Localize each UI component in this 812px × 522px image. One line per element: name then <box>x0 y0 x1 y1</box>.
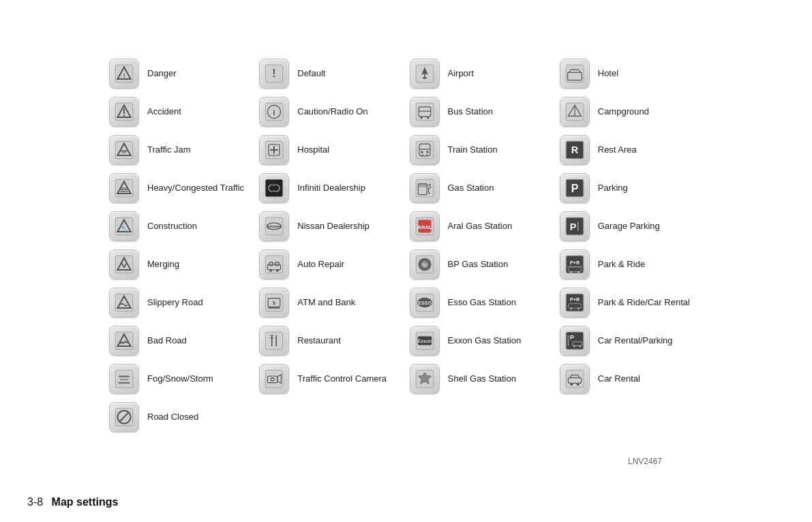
merging-label: Merging <box>147 259 179 271</box>
svg-rect-98 <box>566 65 584 82</box>
auto-repair-icon <box>259 249 289 279</box>
hotel-icon <box>560 59 590 89</box>
list-item: Campground <box>560 93 703 131</box>
airport-icon <box>410 59 440 89</box>
list-item: P Garage Parking <box>560 207 703 245</box>
main-content: ! Danger Accident Traffic Jam <box>0 0 812 493</box>
merging-icon <box>109 249 139 279</box>
bp-gas-label: BP Gas Station <box>448 259 509 271</box>
bad-road-label: Bad Road <box>147 335 187 347</box>
list-item: P+R Park & Ride <box>560 245 703 283</box>
atm-bank-label: ATM and Bank <box>297 297 355 309</box>
svg-text:Exxon: Exxon <box>417 338 432 344</box>
nissan-icon: NISSAN <box>259 211 289 241</box>
list-item: Auto Repair <box>259 245 402 283</box>
bus-station-label: Bus Station <box>448 106 494 118</box>
list-item: ARAL Aral Gas Station <box>410 207 553 245</box>
svg-text:!: ! <box>273 67 276 79</box>
footer-number: 3-8 <box>27 496 43 508</box>
car-rental-label: Car Rental <box>598 373 640 385</box>
shell-gas-icon <box>410 364 440 394</box>
exxon-gas-icon: Exxon <box>410 326 440 356</box>
esso-gas-icon: ESSO <box>410 288 440 318</box>
list-item: Bus Station <box>410 93 553 131</box>
esso-gas-label: Esso Gas Station <box>448 297 516 309</box>
list-item: Merging <box>109 245 252 283</box>
parking-label: Parking <box>598 183 628 194</box>
garage-parking-label: Garage Parking <box>598 221 660 232</box>
traffic-camera-icon <box>259 364 289 394</box>
icons-grid: ! Danger Accident Traffic Jam <box>109 55 703 436</box>
column-1: ! Danger Accident Traffic Jam <box>109 55 252 436</box>
svg-text:NISSAN: NISSAN <box>267 225 282 229</box>
list-item: Exxon Exxon Gas Station <box>410 322 553 360</box>
list-item: Airport <box>410 55 553 93</box>
park-ride-rental-icon: P+R <box>560 288 590 318</box>
svg-point-53 <box>276 269 279 272</box>
danger-icon: ! <box>109 59 139 89</box>
list-item: Train Station <box>410 131 553 169</box>
park-ride-rental-label: Park & Ride/Car Rental <box>598 297 690 309</box>
construction-label: Construction <box>147 221 197 232</box>
heavy-traffic-label: Heavy/Congested Traffic <box>147 183 244 194</box>
svg-text:P: P <box>570 221 577 232</box>
list-item: Bad Road <box>109 322 252 360</box>
list-item: ESSO Esso Gas Station <box>410 283 553 322</box>
fog-icon <box>109 364 139 394</box>
bad-road-icon <box>109 326 139 356</box>
list-item: ! Default <box>259 55 402 93</box>
restaurant-label: Restaurant <box>297 335 341 347</box>
column-3: Airport Bus Station Train Station Gas St… <box>410 55 553 436</box>
traffic-jam-label: Traffic Jam <box>147 144 191 156</box>
list-item: Fog/Snow/Storm <box>109 360 252 398</box>
road-closed-label: Road Closed <box>147 412 198 423</box>
gas-station-label: Gas Station <box>448 183 494 194</box>
svg-point-74 <box>427 117 429 119</box>
svg-point-73 <box>420 117 422 119</box>
park-ride-label: Park & Ride <box>598 259 645 271</box>
list-item: Accident <box>109 93 252 131</box>
svg-point-129 <box>570 383 573 386</box>
hotel-label: Hotel <box>598 68 618 80</box>
list-item: P Car Rental/Parking <box>560 322 703 360</box>
svg-point-6 <box>123 114 125 116</box>
svg-point-114 <box>570 271 572 273</box>
aral-gas-label: Aral Gas Station <box>448 221 513 232</box>
gas-station-icon <box>410 173 440 203</box>
svg-point-124 <box>573 345 575 347</box>
list-item: Traffic Control Camera <box>259 360 402 398</box>
car-rental-icon <box>560 364 590 394</box>
svg-rect-29 <box>120 379 129 380</box>
airport-label: Airport <box>448 68 474 80</box>
campground-label: Campground <box>598 106 649 118</box>
svg-text:$: $ <box>273 300 276 306</box>
page-footer: 3-8 Map settings <box>0 496 812 508</box>
default-icon: ! <box>259 59 289 89</box>
rest-area-label: Rest Area <box>598 144 637 156</box>
list-item: Traffic Jam <box>109 131 252 169</box>
svg-point-130 <box>577 383 580 386</box>
shell-gas-label: Shell Gas Station <box>448 373 516 385</box>
svg-text:ARAL: ARAL <box>417 224 432 230</box>
atm-bank-icon: $ <box>259 288 289 318</box>
svg-text:P: P <box>570 334 574 341</box>
svg-text:P+R: P+R <box>570 260 580 266</box>
train-station-label: Train Station <box>448 144 498 156</box>
accident-label: Accident <box>147 106 181 118</box>
construction-icon: 🔧 <box>109 211 139 241</box>
list-item: Hotel <box>560 55 703 93</box>
column-2: ! Default i Caution/Radio On Hospital <box>259 55 402 436</box>
svg-point-115 <box>577 271 580 273</box>
accident-icon <box>109 97 139 127</box>
hospital-label: Hospital <box>297 144 329 156</box>
rest-area-icon: R <box>560 135 590 165</box>
car-rental-parking-icon: P <box>560 326 590 356</box>
garage-parking-icon: P <box>560 211 590 241</box>
list-item: bp BP Gas Station <box>410 245 553 283</box>
caution-radio-label: Caution/Radio On <box>297 106 367 118</box>
nissan-label: Nissan Dealership <box>297 221 370 232</box>
list-item: Gas Station <box>410 169 553 207</box>
train-station-icon <box>410 135 440 165</box>
svg-text:!: ! <box>123 72 125 79</box>
list-item: Heavy/Congested Traffic <box>109 169 252 207</box>
